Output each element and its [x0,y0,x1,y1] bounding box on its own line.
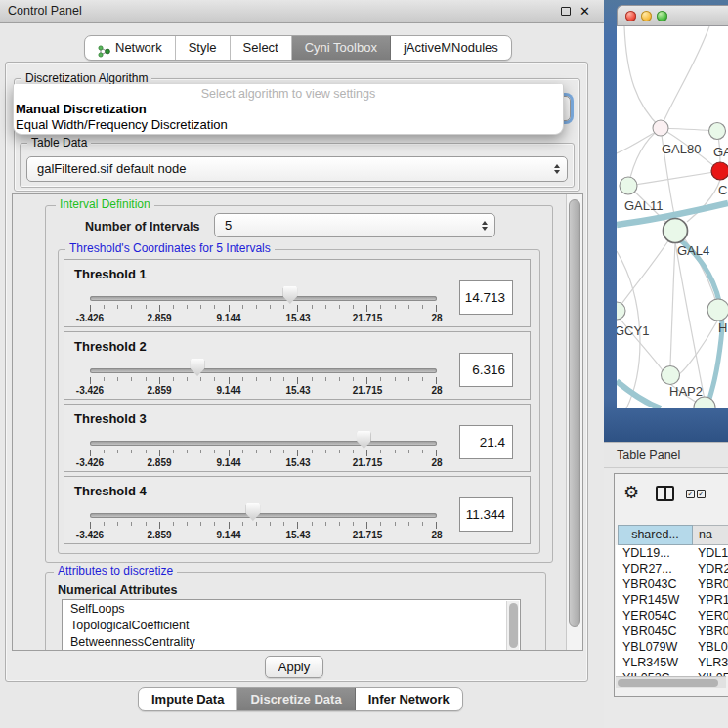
list-item[interactable]: SelfLoops [70,602,125,616]
table-data-combo-value: galFiltered.sif default node [37,161,186,176]
cell-name: YLR345W [698,655,728,670]
control-panel-titlebar: Control Panel ✕ [0,0,604,23]
cell-shared-name: YBL079W [622,639,677,655]
node-label-hap2: HAP2 [669,384,703,399]
option-manual-discretization[interactable]: Manual Discretization [16,102,147,116]
checkbox-icon[interactable]: ✓ [697,490,706,498]
node-label-c: C [718,183,727,197]
threshold-1-panel: Threshold 1 -3.426 2.859 9.144 15.43 21.… [64,259,531,327]
scrollbar-thumb[interactable] [618,679,718,687]
combo-stepper-icon [554,164,560,174]
number-of-intervals-combobox[interactable]: 5 [214,213,495,237]
table-data-group-title: Table Data [27,137,91,150]
gear-icon[interactable]: ⚙ [623,484,639,501]
node-gal80[interactable] [653,120,668,136]
tick-label: 2.859 [147,385,171,396]
tick-label: 21.715 [353,385,383,396]
scrollbar-thumb[interactable] [569,199,580,627]
cell-name: YBR045C [698,623,728,639]
checkbox-icon[interactable]: ✓ [686,490,695,498]
settings-vertical-scrollbar[interactable] [566,194,582,650]
node-label-gcy1: GCY1 [617,323,649,338]
list-item[interactable]: TopologicalCoefficient [70,619,189,632]
node-h[interactable] [707,299,728,321]
algorithm-placeholder: Select algorithm to view settings [14,87,563,101]
threshold-1-slider-thumb[interactable] [282,286,297,304]
network-window-titlebar[interactable] [617,5,728,26]
threshold-1-value-field[interactable]: 14.713 [459,280,513,315]
cell-shared-name: YDL19... [622,545,670,561]
cell-shared-name: YBR045C [622,623,677,639]
tab-style[interactable]: Style [176,36,231,60]
threshold-4-label: Threshold 4 [74,484,147,498]
threshold-2-slider-thumb[interactable] [191,359,205,376]
panel-title: Control Panel [8,0,82,22]
tick-label: 15.43 [285,457,310,468]
list-item[interactable]: BetweennessCentrality [70,635,195,649]
column-header-name[interactable]: na [693,525,728,545]
tab-cyni-toolbox[interactable]: Cyni Toolbox [292,36,391,60]
table-row[interactable]: YPR145W YPR145W [616,592,728,608]
tab-label: Network [115,36,162,60]
network-icon [98,42,110,55]
threshold-4-panel: Threshold 4 -3.426 2.859 9.144 15.43 21.… [64,476,531,544]
node-gcy1[interactable] [617,302,625,320]
threshold-3-slider-thumb[interactable] [357,431,371,449]
node-hap2[interactable] [662,366,680,385]
minimize-traffic-light-icon[interactable] [641,11,652,21]
threshold-4-value-field[interactable]: 11.344 [459,497,513,532]
tick-label: 15.43 [285,530,310,540]
column-header-shared-name[interactable]: shared... [618,525,693,545]
table-data-combobox[interactable]: galFiltered.sif default node [26,156,568,182]
cell-shared-name: YER054C [622,608,677,623]
network-canvas[interactable]: GAL80 GA C GAL11 GAL4 GCY1 H HAP2 [617,26,728,408]
number-of-intervals-value: 5 [225,218,232,233]
table-row[interactable]: YBR043C YBR043C [616,577,728,592]
close-icon[interactable]: ✕ [579,3,590,20]
threshold-2-value-field[interactable]: 6.316 [459,353,513,387]
tab-label: Cyni Toolbox [305,36,377,60]
tab-network[interactable]: Network [85,36,176,60]
node-red-selected[interactable] [711,162,728,180]
apply-button[interactable]: Apply [265,656,323,678]
interval-definition-title: Interval Definition [56,198,154,211]
node-label-h: H [718,321,727,335]
node-label-gal11: GAL11 [624,198,664,213]
close-traffic-light-icon[interactable] [625,11,636,21]
threshold-4-slider-thumb[interactable] [245,503,260,521]
table-row[interactable]: YBR045C YBR045C [616,623,728,639]
tick-label: 2.859 [147,530,171,540]
threshold-3-value-field[interactable]: 21.4 [459,425,513,459]
tab-jactivemnodules[interactable]: jActiveMNodules [391,36,511,60]
option-equal-width-frequency[interactable]: Equal Width/Frequency Discretization [16,117,228,132]
table-row[interactable]: YER054C YER054C [616,608,728,623]
zoom-traffic-light-icon[interactable] [657,11,667,21]
float-window-icon[interactable] [561,7,571,16]
tab-impute-data[interactable]: Impute Data [139,688,237,710]
algorithm-dropdown-popup: Select algorithm to view settings Manual… [13,84,564,135]
tab-select[interactable]: Select [231,36,292,60]
settings-scroll-viewport: Interval Definition Number of Intervals … [12,193,583,651]
table-row[interactable]: YBL079W YBL079W [616,639,728,655]
node-top-right[interactable] [709,123,726,140]
tab-label: jActiveMNodules [404,36,498,60]
table-row[interactable]: YDR27... YDR27... [616,561,728,577]
tab-infer-network[interactable]: Infer Network [356,688,462,710]
tick-label: 28 [431,313,442,323]
tick-label: 9.144 [216,313,240,323]
table-row[interactable]: YDL19... YDL19... [616,545,728,561]
attributes-group-title: Attributes to discretize [54,565,177,578]
table-row[interactable]: YLR345W YLR345W [616,655,728,670]
column-layout-icon[interactable] [656,486,674,501]
bottom-tabs: Impute Data Discretize Data Infer Networ… [138,687,463,711]
tab-discretize-data[interactable]: Discretize Data [237,688,355,710]
list-scrollbar[interactable] [506,601,519,650]
cell-shared-name: YLR345W [622,655,678,670]
node-gal11[interactable] [620,177,637,194]
node-gal4[interactable] [664,219,688,243]
threshold-3-panel: Threshold 3 -3.426 2.859 9.144 15.43 21.… [64,404,531,472]
combo-stepper-icon [482,221,488,231]
table-horizontal-scrollbar[interactable] [616,676,726,688]
threshold-3-ticks: -3.426 2.859 9.144 15.43 21.715 28 [90,450,437,469]
thresholds-group-title: Threshold's Coordinates for 5 Intervals [65,242,275,255]
